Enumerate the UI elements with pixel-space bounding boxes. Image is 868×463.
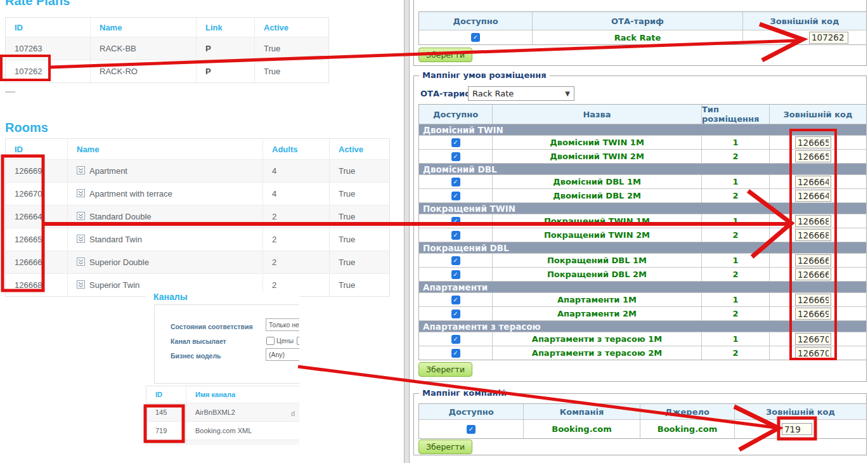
col-header-active[interactable]: Active [254, 18, 328, 37]
room-adults: 2 [262, 228, 329, 251]
check-icon: ✓ [469, 426, 474, 433]
col-header-link[interactable]: Link [196, 18, 254, 37]
company-name: Booking.com [523, 419, 640, 438]
group-header-row: Покращений TWIN [419, 202, 866, 214]
tariff-mapping-table: Доступно ОТА-тариф Зовнішній код ✓ Rack … [418, 11, 867, 45]
condition-name: Покращений DBL 2M [492, 267, 701, 281]
external-code-input[interactable] [795, 333, 831, 345]
external-code-input[interactable] [782, 423, 812, 435]
channel-sends-label: Канал высылает [171, 337, 226, 345]
available-checkbox[interactable]: ✓ [451, 296, 460, 304]
occupancy-type: 2 [701, 228, 769, 242]
external-code-input[interactable] [795, 176, 831, 188]
external-code-input[interactable] [795, 136, 831, 148]
col-header-id[interactable]: ID [6, 139, 67, 159]
expand-rows-icon[interactable] [77, 212, 85, 222]
group-name: Двомісний TWIN [419, 124, 866, 135]
pane-divider[interactable] [404, 0, 410, 463]
external-code-input[interactable] [795, 229, 831, 241]
rate-plan-link: P [196, 60, 254, 82]
available-checkbox[interactable]: ✓ [451, 270, 460, 279]
rooms-table: ID Name Adults Active 126669 Apartment 4… [5, 138, 390, 297]
available-checkbox[interactable]: ✓ [451, 192, 460, 200]
external-code-input[interactable] [795, 268, 831, 280]
room-active: True [329, 228, 389, 251]
available-checkbox[interactable]: ✓ [451, 231, 460, 240]
condition-name: Покращений TWIN 2M [492, 228, 701, 242]
col-header-name[interactable]: Name [67, 139, 262, 159]
prices-checkbox-label: Цены [276, 337, 294, 344]
expand-rows-icon[interactable] [77, 280, 85, 290]
expand-rows-icon[interactable] [77, 166, 85, 176]
available-checkbox[interactable]: ✓ [451, 217, 460, 226]
external-code-cell [742, 30, 866, 44]
occupancy-type: 2 [701, 346, 769, 360]
prices-checkbox[interactable] [266, 337, 275, 345]
save-button[interactable]: Зберегти [418, 362, 472, 377]
available-checkbox[interactable]: ✓ [451, 256, 460, 265]
match-state-select[interactable]: Только неактив [266, 318, 299, 331]
available-checkbox[interactable]: ✓ [451, 310, 460, 318]
tariff-mapping-fieldset: Доступно ОТА-тариф Зовнішній код ✓ Rack … [413, 0, 867, 66]
col-header-id[interactable]: ID [6, 18, 90, 37]
check-icon: ✓ [453, 218, 458, 225]
expand-rows-icon[interactable] [77, 189, 85, 199]
room-name: Superior Double [89, 258, 149, 267]
condition-name: Двомісний DBL 1M [492, 174, 701, 188]
header-row: Доступно Назва Тип розміщення Зовнішній … [419, 105, 866, 124]
table-row: 145 AirBnBXML2 [146, 403, 299, 421]
external-code-input[interactable] [809, 32, 848, 44]
occupancy-type: 2 [701, 188, 769, 202]
second-checkbox[interactable] [297, 337, 299, 345]
col-header-ota-tariff: ОТА-тариф [532, 12, 742, 30]
business-model-select[interactable]: (Any) [266, 348, 299, 361]
available-checkbox[interactable]: ✓ [451, 349, 460, 358]
col-header-available: Доступно [419, 105, 492, 124]
room-name: Superior Twin [89, 280, 139, 290]
external-code-input[interactable] [795, 308, 831, 320]
available-checkbox[interactable]: ✓ [451, 178, 460, 186]
save-button[interactable]: Зберегти [418, 48, 472, 62]
source-name: Booking.com [640, 419, 734, 438]
chevron-down-icon: ▼ [565, 90, 570, 97]
external-code-input[interactable] [795, 254, 831, 266]
available-checkbox[interactable]: ✓ [467, 425, 476, 434]
external-code-input[interactable] [795, 294, 831, 306]
expand-rows-icon[interactable] [77, 235, 85, 245]
available-checkbox[interactable]: ✓ [451, 335, 460, 344]
col-header-name[interactable]: Name [90, 18, 196, 37]
table-row-partial: 7049 BedsOnline [146, 440, 299, 445]
available-cell: ✓ [419, 174, 492, 188]
mapping-row: ✓ Двомісний DBL 2M 2 [419, 188, 866, 202]
group-header-row: Покращений DBL [419, 242, 866, 253]
rate-plan-active: True [254, 37, 328, 60]
col-header-adults[interactable]: Adults [262, 139, 329, 159]
condition-name: Апартаменти 2M [492, 306, 701, 320]
group-name: Апартаменти з терасою [419, 320, 866, 332]
save-button[interactable]: Зберегти [418, 440, 472, 454]
expand-rows-icon[interactable] [77, 258, 85, 268]
match-state-label: Состояния соответствия [171, 323, 253, 330]
tariff-name: Rack Rate [532, 30, 742, 44]
available-checkbox[interactable]: ✓ [451, 152, 460, 161]
external-code-input[interactable] [795, 190, 831, 202]
occupancy-type: 2 [701, 149, 769, 163]
check-icon: ✓ [453, 336, 458, 342]
rooms-title: Rooms [5, 121, 48, 135]
external-code-input[interactable] [795, 150, 831, 162]
col-header-active[interactable]: Active [329, 139, 389, 159]
rate-plans-table: ID Name Link Active 107263 RACK-BB P Tru… [5, 17, 329, 83]
col-header-name: Назва [492, 105, 701, 124]
check-icon: ✓ [453, 297, 458, 303]
external-code-input[interactable] [795, 215, 831, 227]
external-code-input[interactable] [795, 347, 831, 359]
available-checkbox[interactable]: ✓ [451, 138, 460, 147]
available-checkbox[interactable]: ✓ [471, 33, 480, 42]
ota-tariff-select[interactable]: Rack Rate▼ [468, 86, 574, 101]
collapsed-link-dash[interactable]: — [5, 86, 15, 98]
col-header-channel-name[interactable]: Имя канала [186, 386, 299, 403]
col-header-id[interactable]: ID [146, 386, 186, 403]
rooms-header-row: ID Name Adults Active [6, 139, 389, 159]
table-row: 126669 Apartment 4 True [6, 159, 389, 182]
check-icon: ✓ [453, 193, 458, 199]
